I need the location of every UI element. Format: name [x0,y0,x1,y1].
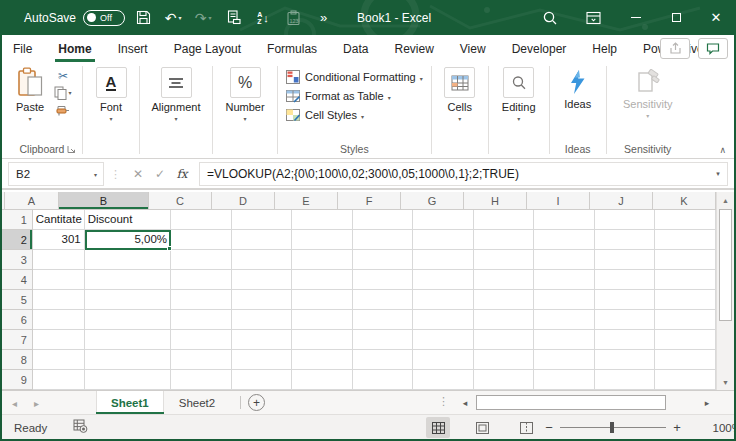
cell-C6[interactable] [171,310,232,330]
close-button[interactable]: ✕ [696,0,736,35]
cell-I9[interactable] [534,370,595,390]
cell-D5[interactable] [232,290,293,310]
cell-F5[interactable] [353,290,414,310]
zoom-slider-thumb[interactable] [610,422,614,433]
cell-K9[interactable] [655,370,716,390]
tab-file[interactable]: File [0,35,45,62]
cell-F7[interactable] [353,330,414,350]
cell-D4[interactable] [232,270,293,290]
paste-button[interactable]: Paste ▾ [10,67,50,140]
undo-button[interactable]: ↶▾ [161,5,185,31]
quick-access-overflow-button[interactable]: » [311,5,335,31]
tab-insert[interactable]: Insert [105,35,161,62]
cell-C3[interactable] [171,250,232,270]
formula-input[interactable]: =VLOOKUP(A2;{0\0;100\0,02;300\0,05;1000\… [199,162,728,186]
editing-group-button[interactable]: Editing ▾ [497,67,541,122]
font-group-button[interactable]: A Font ▾ [91,67,131,122]
cell-F1[interactable] [353,210,414,230]
cut-button[interactable]: ✂ [52,67,74,84]
tab-splitter-handle[interactable]: ⋮ [438,395,449,408]
sort-ascending-button[interactable]: AZ↓ [251,5,275,31]
ideas-button[interactable]: Ideas [558,67,598,140]
cell-G6[interactable] [413,310,474,330]
scroll-down-button[interactable]: ▼ [717,374,734,390]
cells-group-button[interactable]: Cells ▾ [440,67,480,122]
previous-sheet-button[interactable]: ◂ [12,398,17,409]
cell-A2[interactable]: 301 [33,230,85,250]
cell-B8[interactable] [85,350,171,370]
cancel-entry-button[interactable]: ✕ [127,163,149,185]
row-header-6[interactable]: 6 [0,310,33,330]
cell-I5[interactable] [534,290,595,310]
cell-H4[interactable] [474,270,535,290]
sheet-tab-sheet1[interactable]: Sheet1 [96,391,164,414]
row-header-8[interactable]: 8 [0,350,33,370]
cell-E5[interactable] [292,290,353,310]
cell-J8[interactable] [595,350,656,370]
cell-K1[interactable] [655,210,716,230]
maximize-button[interactable] [656,0,696,35]
cell-K6[interactable] [655,310,716,330]
cell-I1[interactable] [534,210,595,230]
cell-H1[interactable] [474,210,535,230]
cell-E6[interactable] [292,310,353,330]
tab-formulas[interactable]: Formulas [254,35,330,62]
cell-C1[interactable] [171,210,232,230]
format-as-table-button[interactable]: Format as Table ▾ [286,87,423,105]
insert-function-button[interactable]: fx [171,163,193,185]
column-header-f[interactable]: F [338,192,401,210]
collapse-ribbon-button[interactable]: ∧ [719,145,726,155]
cell-H8[interactable] [474,350,535,370]
horizontal-scrollbar-thumb[interactable] [476,395,666,410]
cell-E4[interactable] [292,270,353,290]
cell-G5[interactable] [413,290,474,310]
tab-developer[interactable]: Developer [499,35,580,62]
row-header-5[interactable]: 5 [0,290,33,310]
column-header-h[interactable]: H [464,192,527,210]
minimize-button[interactable] [616,0,656,35]
row-header-1[interactable]: 1 [0,210,33,230]
cell-I2[interactable] [534,230,595,250]
cell-E3[interactable] [292,250,353,270]
cell-E9[interactable] [292,370,353,390]
cell-J5[interactable] [595,290,656,310]
cell-A8[interactable] [33,350,85,370]
tab-data[interactable]: Data [330,35,381,62]
zoom-out-button[interactable]: − [542,420,556,435]
cell-A7[interactable] [33,330,85,350]
scroll-up-button[interactable]: ▲ [717,192,734,208]
cell-J1[interactable] [595,210,656,230]
column-header-e[interactable]: E [275,192,338,210]
vertical-scrollbar[interactable]: ▲ ▼ [716,192,734,390]
cell-G8[interactable] [413,350,474,370]
cell-H2[interactable] [474,230,535,250]
ribbon-display-options-button[interactable] [570,0,616,35]
cell-I8[interactable] [534,350,595,370]
cell-D9[interactable] [232,370,293,390]
cell-E2[interactable] [292,230,353,250]
cell-G9[interactable] [413,370,474,390]
cell-F9[interactable] [353,370,414,390]
cell-F8[interactable] [353,350,414,370]
next-sheet-button[interactable]: ▸ [34,398,39,409]
cell-E7[interactable] [292,330,353,350]
cell-C7[interactable] [171,330,232,350]
cell-H9[interactable] [474,370,535,390]
sensitivity-button[interactable]: Sensitivity ▾ [615,67,681,140]
cell-B6[interactable] [85,310,171,330]
cell-I3[interactable] [534,250,595,270]
row-header-2[interactable]: 2 [0,230,33,250]
cell-F6[interactable] [353,310,414,330]
cell-D1[interactable] [232,210,293,230]
save-button[interactable] [131,5,155,31]
cell-G1[interactable] [413,210,474,230]
cell-F2[interactable] [353,230,414,250]
scroll-left-button[interactable]: ◂ [456,395,474,411]
cell-J6[interactable] [595,310,656,330]
clipboard-dialog-launcher[interactable] [67,144,76,156]
cell-C9[interactable] [171,370,232,390]
cell-K7[interactable] [655,330,716,350]
tab-view[interactable]: View [447,35,499,62]
cell-B2[interactable]: 5,00% [85,230,171,250]
cell-A6[interactable] [33,310,85,330]
